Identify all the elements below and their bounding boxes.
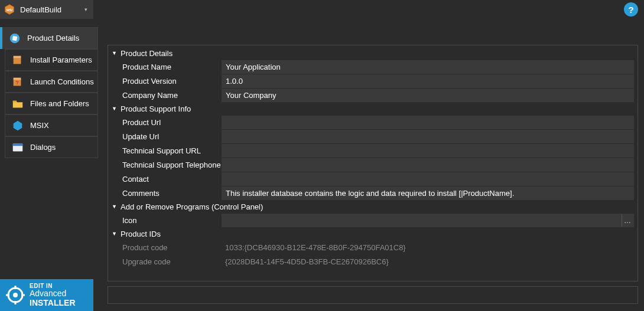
- property-grid: Product Details Product Name Your Applic…: [108, 45, 638, 281]
- prop-label-support-url: Technical Support URL: [112, 144, 222, 158]
- prop-value-product-version[interactable]: 1.0.0: [222, 74, 634, 88]
- section-header-product-details[interactable]: Product Details: [108, 47, 638, 60]
- prop-label-upgrade-code: Upgrade code: [112, 255, 222, 269]
- section-header-product-ids[interactable]: Product IDs: [108, 227, 638, 240]
- prop-label-comments: Comments: [112, 186, 222, 200]
- advanced-installer-icon: [6, 286, 25, 305]
- product-details-icon: [8, 32, 21, 45]
- icon-browse-button[interactable]: …: [622, 214, 633, 227]
- prop-label-product-url: Product Url: [112, 116, 222, 129]
- prop-value-support-tel[interactable]: [222, 158, 634, 172]
- sidebar-item-product-details[interactable]: Product Details: [2, 27, 98, 49]
- prop-value-update-url[interactable]: [222, 130, 634, 143]
- sidebar-item-label: Files and Folders: [30, 99, 89, 108]
- svg-rect-12: [13, 143, 23, 146]
- sidebar-item-dialogs[interactable]: Dialogs: [5, 136, 98, 158]
- prop-value-company-name[interactable]: Your Company: [222, 89, 634, 102]
- prop-value-comments[interactable]: This installer database contains the log…: [222, 186, 634, 200]
- prop-value-product-url[interactable]: [222, 116, 634, 129]
- prop-value-icon[interactable]: …: [222, 214, 634, 227]
- prop-label-update-url: Update Url: [112, 130, 222, 143]
- sidebar-item-label: Launch Conditions: [30, 77, 94, 86]
- edit-in-line3: INSTALLER: [30, 299, 76, 307]
- prop-label-contact: Contact: [112, 172, 222, 186]
- svg-marker-22: [113, 232, 116, 235]
- section-title: Add or Remove Programs (Control Panel): [121, 202, 263, 211]
- install-parameters-icon: [11, 54, 24, 67]
- prop-value-product-name[interactable]: Your Application: [222, 60, 634, 74]
- edit-in-advanced-installer-button[interactable]: EDIT IN Advanced INSTALLER: [0, 279, 93, 311]
- edit-in-line2: Advanced: [30, 289, 76, 298]
- msix-icon: [11, 119, 24, 132]
- help-button[interactable]: ?: [624, 2, 638, 17]
- svg-marker-21: [113, 205, 116, 208]
- files-folders-icon: [11, 97, 24, 110]
- description-panel: [108, 286, 638, 304]
- sidebar-item-install-parameters[interactable]: Install Parameters: [5, 49, 98, 71]
- sidebar-item-label: MSIX: [30, 121, 49, 130]
- prop-label-icon: Icon: [112, 214, 222, 227]
- svg-text:?: ?: [15, 79, 19, 85]
- launch-conditions-icon: ?: [11, 76, 24, 89]
- prop-value-product-code: 1033:{DCB46930-B12E-478E-8B0F-294750FA01…: [222, 241, 634, 254]
- svg-marker-20: [113, 107, 116, 110]
- svg-text:MSI: MSI: [6, 8, 13, 12]
- section-title: Product Support Info: [121, 104, 191, 113]
- svg-rect-3: [12, 35, 17, 40]
- msi-icon: MSI: [4, 4, 15, 15]
- svg-marker-10: [14, 120, 22, 130]
- sidebar-item-label: Dialogs: [30, 143, 56, 152]
- sidebar-item-files-and-folders[interactable]: Files and Folders: [5, 93, 98, 114]
- sidebar-item-msix[interactable]: MSIX: [5, 114, 98, 136]
- prop-value-upgrade-code: {2028DB41-14F5-4D5D-B3FB-CE2670926BC6}: [222, 255, 634, 269]
- collapse-icon: [112, 231, 117, 237]
- chevron-down-icon: ▾: [84, 6, 87, 12]
- prop-value-contact[interactable]: [222, 172, 634, 186]
- svg-rect-4: [14, 57, 21, 64]
- active-indicator: [0, 27, 2, 49]
- collapse-icon: [112, 204, 117, 209]
- help-icon: ?: [628, 5, 633, 15]
- svg-marker-19: [113, 51, 116, 54]
- prop-label-product-name: Product Name: [112, 60, 222, 74]
- prop-value-support-url[interactable]: [222, 144, 634, 158]
- collapse-icon: [112, 51, 117, 56]
- svg-rect-9: [13, 100, 17, 102]
- section-title: Product Details: [121, 49, 173, 58]
- prop-label-support-tel: Technical Support Telephone: [112, 158, 222, 172]
- prop-label-product-code: Product code: [112, 241, 222, 254]
- sidebar-item-launch-conditions[interactable]: ? Launch Conditions: [5, 71, 98, 93]
- svg-rect-5: [14, 55, 21, 58]
- dialogs-icon: [11, 141, 24, 154]
- section-header-arp[interactable]: Add or Remove Programs (Control Panel): [108, 200, 638, 213]
- prop-label-company-name: Company Name: [112, 89, 222, 102]
- collapse-icon: [112, 106, 117, 112]
- section-title: Product IDs: [121, 230, 161, 238]
- build-selector[interactable]: MSI DefaultBuild ▾: [0, 0, 93, 19]
- sidebar-item-label: Install Parameters: [30, 55, 92, 64]
- sidebar-item-label: Product Details: [27, 34, 79, 42]
- build-label: DefaultBuild: [20, 5, 61, 14]
- section-header-support-info[interactable]: Product Support Info: [108, 102, 638, 115]
- svg-point-14: [13, 293, 18, 297]
- prop-label-product-version: Product Version: [112, 74, 222, 88]
